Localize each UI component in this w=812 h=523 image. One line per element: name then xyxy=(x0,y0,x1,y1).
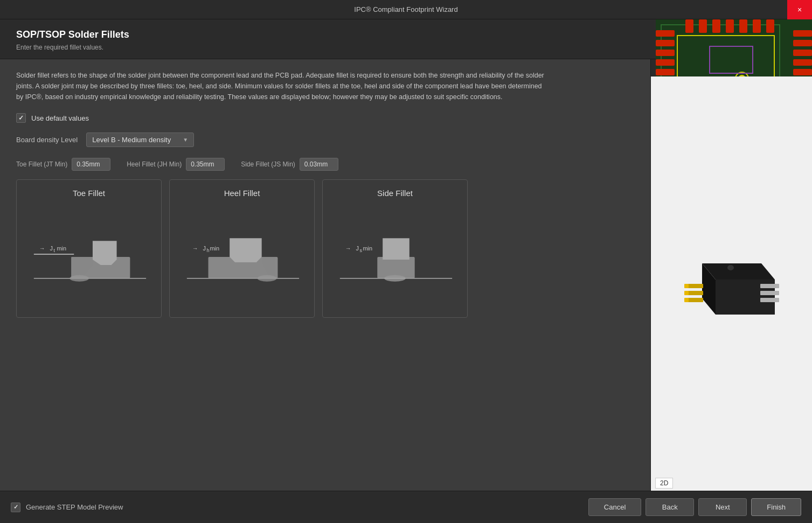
toe-fillet-diagram: Toe Fillet → J t min xyxy=(16,179,162,318)
header-section: SOP/TSOP Solder Fillets Enter the requir… xyxy=(0,19,812,59)
use-default-values-checkbox[interactable] xyxy=(16,113,26,123)
svg-text:→: → xyxy=(192,245,198,252)
preview-image-area: 2D xyxy=(651,76,812,493)
svg-point-43 xyxy=(258,275,277,282)
svg-text:min: min xyxy=(57,245,66,252)
side-fillet-input[interactable] xyxy=(300,158,338,171)
fillet-diagrams: Toe Fillet → J t min xyxy=(16,179,634,318)
svg-rect-11 xyxy=(793,50,812,56)
svg-text:t: t xyxy=(54,248,55,253)
svg-rect-64 xyxy=(684,298,689,302)
svg-rect-21 xyxy=(766,19,774,33)
side-fillet-label: Side Fillet (JS Min) xyxy=(241,161,295,168)
svg-marker-40 xyxy=(230,238,262,262)
svg-rect-19 xyxy=(739,19,747,33)
dropdown-arrow-icon: ▼ xyxy=(183,137,188,143)
board-density-selected: Level B - Medium density xyxy=(92,136,171,144)
description-text: Solder fillet refers to the shape of the… xyxy=(16,70,544,102)
svg-rect-63 xyxy=(684,291,689,295)
svg-rect-10 xyxy=(793,40,812,46)
svg-rect-6 xyxy=(656,59,675,66)
svg-text:h: h xyxy=(207,248,210,253)
svg-text:min: min xyxy=(363,245,372,252)
use-default-values-label: Use default values xyxy=(31,114,89,122)
footer-left: Generate STEP Model Preview xyxy=(11,503,123,512)
footer-bar: Generate STEP Model Preview Cancel Back … xyxy=(0,491,812,523)
svg-rect-4 xyxy=(656,40,675,46)
heel-fillet-diagram: Heel Fillet → J h min xyxy=(169,179,315,318)
svg-text:J: J xyxy=(203,245,206,252)
fillet-inputs-row: Toe Fillet (JT Min) Heel Fillet (JH Min)… xyxy=(16,158,634,171)
side-fillet-input-group: Side Fillet (JS Min) xyxy=(241,158,338,171)
heel-fillet-title: Heel Fillet xyxy=(176,189,308,198)
toe-fillet-svg: → J t min xyxy=(23,203,155,311)
preview-panel: Preview xyxy=(650,59,812,493)
toe-fillet-title: Toe Fillet xyxy=(23,189,155,198)
back-button[interactable]: Back xyxy=(646,498,694,516)
toe-fillet-input-group: Toe Fillet (JT Min) xyxy=(16,158,110,171)
cancel-button[interactable]: Cancel xyxy=(588,498,641,516)
svg-rect-20 xyxy=(753,19,761,33)
svg-rect-49 xyxy=(383,238,410,260)
svg-point-55 xyxy=(727,265,734,270)
svg-text:J: J xyxy=(356,245,359,252)
svg-rect-7 xyxy=(656,69,675,75)
close-button[interactable]: × xyxy=(787,0,812,19)
svg-rect-12 xyxy=(793,59,812,66)
title-bar: IPC® Compliant Footprint Wizard × xyxy=(0,0,812,19)
svg-rect-60 xyxy=(760,291,779,295)
svg-point-34 xyxy=(70,275,89,282)
title-bar-text: IPC® Compliant Footprint Wizard xyxy=(354,5,457,13)
use-default-values-row: Use default values xyxy=(16,113,634,123)
side-fillet-title: Side Fillet xyxy=(329,189,461,198)
heel-fillet-svg: → J h min xyxy=(176,203,308,311)
content-area: Solder fillet refers to the shape of the… xyxy=(0,59,650,493)
svg-rect-3 xyxy=(656,30,675,37)
svg-rect-9 xyxy=(793,30,812,37)
heel-fillet-input[interactable] xyxy=(186,158,225,171)
side-fillet-svg: → J s min xyxy=(329,203,461,311)
svg-rect-62 xyxy=(684,284,689,288)
svg-rect-13 xyxy=(793,69,812,75)
board-density-label: Board density Level xyxy=(16,136,78,144)
svg-marker-31 xyxy=(93,241,117,265)
svg-text:J: J xyxy=(50,245,53,252)
next-button[interactable]: Next xyxy=(698,498,747,516)
svg-text:min: min xyxy=(210,245,219,252)
generate-step-checkbox[interactable] xyxy=(11,503,20,512)
svg-rect-48 xyxy=(377,257,414,278)
chip-3d-svg xyxy=(672,236,791,333)
svg-rect-15 xyxy=(685,19,693,33)
svg-rect-59 xyxy=(760,284,779,288)
svg-text:→: → xyxy=(345,245,351,252)
heel-fillet-input-group: Heel Fillet (JH Min) xyxy=(127,158,225,171)
2d-toggle-button[interactable]: 2D xyxy=(655,478,673,489)
svg-text:s: s xyxy=(360,248,363,253)
finish-button[interactable]: Finish xyxy=(751,498,801,516)
svg-rect-61 xyxy=(760,298,779,302)
toe-fillet-label: Toe Fillet (JT Min) xyxy=(16,161,67,168)
svg-rect-5 xyxy=(656,50,675,56)
generate-step-label: Generate STEP Model Preview xyxy=(26,503,123,511)
board-density-dropdown[interactable]: Level B - Medium density ▼ xyxy=(86,133,194,147)
main-layout: Solder fillet refers to the shape of the… xyxy=(0,59,812,493)
svg-rect-16 xyxy=(699,19,707,33)
svg-rect-18 xyxy=(726,19,734,33)
side-fillet-diagram: Side Fillet → J s min xyxy=(322,179,468,318)
toe-fillet-input[interactable] xyxy=(72,158,110,171)
board-density-row: Board density Level Level B - Medium den… xyxy=(16,133,634,147)
svg-rect-17 xyxy=(712,19,720,33)
footer-buttons: Cancel Back Next Finish xyxy=(588,498,801,516)
heel-fillet-label: Heel Fillet (JH Min) xyxy=(127,161,182,168)
svg-text:→: → xyxy=(39,245,45,252)
